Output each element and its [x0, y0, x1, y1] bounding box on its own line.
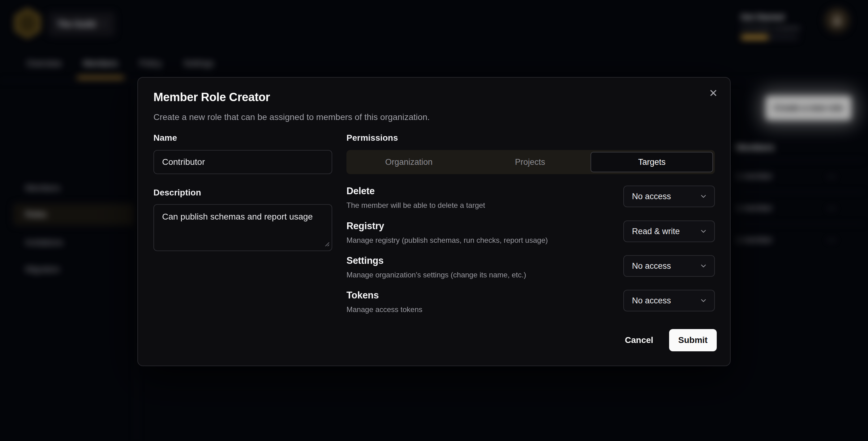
- members-heading: Members: [736, 143, 774, 153]
- sidebar-item-roles[interactable]: Roles: [13, 203, 134, 225]
- sidebar-item-migration[interactable]: Migration: [25, 265, 60, 274]
- get-started-subtitle: 4 of 8 tasks completed: [741, 25, 803, 32]
- chevron-down-icon: [700, 227, 708, 235]
- roles-list: 1 member ⋯ 1 member ⋯ 1 member ⋯: [736, 160, 864, 255]
- settings-access-select[interactable]: No access: [623, 255, 715, 277]
- member-count: 1 member: [736, 171, 772, 181]
- close-icon[interactable]: ✕: [705, 85, 721, 101]
- tab-organization[interactable]: Organization: [348, 152, 470, 172]
- active-tab-underline: [77, 76, 124, 79]
- description-label: Description: [153, 188, 201, 198]
- select-value: Read & write: [632, 227, 680, 236]
- sidebar-item-members[interactable]: Members: [25, 183, 60, 193]
- permissions-tablist: Organization Projects Targets: [346, 150, 715, 174]
- permission-row-registry: Registry Manage registry (publish schema…: [346, 220, 715, 255]
- permission-description: Manage registry (publish schemas, run ch…: [346, 236, 548, 245]
- tab-targets[interactable]: Targets: [591, 152, 713, 172]
- dialog-subtitle: Create a new role that can be assigned t…: [153, 112, 430, 122]
- chevron-down-icon: [700, 296, 708, 305]
- role-row: 1 member ⋯: [736, 192, 864, 224]
- user-avatar[interactable]: [824, 7, 850, 33]
- name-input[interactable]: [153, 150, 332, 174]
- tab-overview[interactable]: Overview: [27, 59, 62, 68]
- tab-projects[interactable]: Projects: [470, 152, 591, 172]
- app-screen: The Guild Get Started 4 of 8 tasks compl…: [0, 0, 868, 441]
- row-menu-icon[interactable]: ⋯: [827, 202, 836, 214]
- tab-settings[interactable]: Settings: [183, 59, 214, 68]
- delete-access-select[interactable]: No access: [623, 186, 715, 207]
- name-label: Name: [153, 133, 177, 143]
- member-role-creator-dialog: ✕ Member Role Creator Create a new role …: [137, 77, 731, 366]
- select-value: No access: [632, 296, 671, 306]
- row-menu-icon[interactable]: ⋯: [827, 234, 836, 246]
- tokens-access-select[interactable]: No access: [623, 290, 715, 311]
- description-textarea[interactable]: Can publish schemas and report usage: [153, 204, 332, 251]
- tab-members[interactable]: Members: [83, 59, 118, 68]
- resize-handle-icon[interactable]: [324, 241, 330, 248]
- get-started-progressbar: [741, 35, 798, 39]
- person-icon: [830, 13, 844, 27]
- tab-policy[interactable]: Policy: [140, 59, 162, 68]
- member-count: 1 member: [736, 235, 772, 245]
- row-menu-icon[interactable]: ⋯: [827, 170, 836, 182]
- role-row: 1 member ⋯: [736, 224, 864, 255]
- org-switcher-button[interactable]: The Guild: [49, 12, 115, 36]
- org-name: The Guild: [57, 20, 96, 29]
- permissions-label: Permissions: [346, 133, 398, 143]
- org-nav: Overview Members Policy Settings + New p…: [0, 52, 868, 81]
- chevron-down-icon: [100, 20, 106, 29]
- member-count: 1 member: [736, 203, 772, 213]
- get-started-widget[interactable]: Get Started 4 of 8 tasks completed: [741, 12, 803, 39]
- permission-row-delete: Delete The member will be able to delete…: [346, 186, 715, 220]
- permission-row-settings: Settings Manage organization's settings …: [346, 255, 715, 290]
- registry-access-select[interactable]: Read & write: [623, 220, 715, 242]
- members-subnav: Members Roles Invitations Migration: [0, 81, 137, 441]
- permission-description: The member will be able to delete a targ…: [346, 201, 485, 210]
- get-started-title: Get Started: [741, 12, 803, 22]
- select-value: No access: [632, 261, 671, 271]
- chevron-down-icon: [700, 192, 708, 200]
- description-field: Can publish schemas and report usage: [153, 204, 332, 251]
- permission-description: Manage access tokens: [346, 305, 422, 314]
- sidebar-item-invitations[interactable]: Invitations: [25, 238, 63, 247]
- role-row: 1 member ⋯: [736, 160, 864, 192]
- submit-button[interactable]: Submit: [669, 329, 717, 351]
- select-value: No access: [632, 192, 671, 201]
- cancel-button[interactable]: Cancel: [614, 329, 664, 351]
- permission-row-tokens: Tokens Manage access tokens No access: [346, 290, 715, 324]
- dialog-title: Member Role Creator: [153, 91, 270, 104]
- permission-description: Manage organization's settings (change i…: [346, 271, 526, 279]
- progress-fill: [741, 35, 768, 39]
- create-role-button[interactable]: Create a new role: [766, 96, 851, 120]
- hive-logo-icon: [15, 9, 40, 38]
- chevron-down-icon: [700, 262, 708, 270]
